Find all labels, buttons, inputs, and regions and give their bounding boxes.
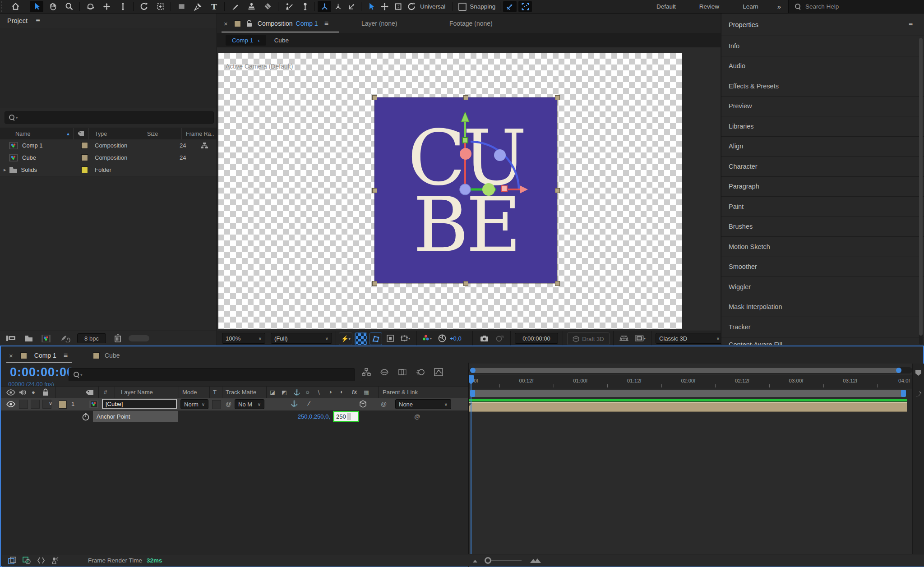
frame-blend-header-icon[interactable]: ∖ [317, 389, 320, 396]
stopwatch-icon[interactable] [82, 413, 89, 421]
panel-drag-handle[interactable] [1, 1, 7, 12]
pan-camera-tool[interactable] [100, 1, 113, 12]
rotation-tool[interactable] [137, 1, 151, 12]
eraser-tool[interactable] [261, 1, 274, 12]
viewer-tab-layer[interactable]: Layer (none) [361, 20, 397, 27]
crop-region-button[interactable]: ▾ [398, 332, 412, 344]
panel-tab-audio[interactable]: Audio [721, 56, 924, 76]
layer-selection-handle[interactable] [372, 188, 377, 193]
workspace-tab-default[interactable]: Default [645, 3, 688, 10]
snapping-checkbox[interactable] [458, 3, 467, 11]
gizmo-position-button[interactable] [378, 1, 391, 12]
extended-viewer-button[interactable]: ▾ [633, 332, 647, 344]
properties-panel-title[interactable]: Properties [729, 21, 758, 28]
brush-tool[interactable] [228, 1, 242, 12]
comp-mini-flowchart-icon[interactable] [362, 368, 371, 376]
viewer-tab-composition-label[interactable]: Composition [258, 20, 293, 27]
solo-column-icon[interactable]: ● [32, 389, 35, 396]
layer-duration-bar[interactable] [469, 402, 907, 412]
project-panel-menu-icon[interactable]: ≡ [36, 17, 40, 25]
roto-brush-tool[interactable] [282, 1, 296, 12]
interpret-footage-icon[interactable] [6, 335, 16, 342]
time-ruler[interactable]: 0:00f00:12f01:00f01:12f02:00f02:12f03:00… [469, 375, 912, 388]
gizmo-selection-button[interactable] [364, 1, 378, 12]
item-label-color[interactable] [81, 154, 88, 161]
snap-along-edges-button[interactable] [503, 1, 517, 12]
layer-name-column-header[interactable]: Layer Name [121, 389, 153, 396]
close-tab-icon[interactable]: × [224, 20, 228, 28]
project-item-solids[interactable]: ▸ Solids Folder [0, 164, 217, 176]
item-label-color[interactable] [81, 166, 88, 173]
fast-previews-button[interactable]: ⚡▾ [339, 332, 352, 345]
home-tool[interactable] [9, 1, 22, 12]
pen-tool[interactable] [191, 1, 204, 12]
snap-to-features-button[interactable] [518, 1, 532, 12]
track-matte-dropdown[interactable]: No M∨ [235, 399, 264, 409]
gizmo-scale-button[interactable] [391, 1, 405, 12]
zoom-slider-knob[interactable] [485, 557, 491, 564]
viewer-viewport[interactable]: Active Camera (Default) CU BE [217, 47, 721, 331]
graph-editor-icon[interactable] [434, 368, 443, 376]
expand-folder-icon[interactable]: ▸ [4, 167, 6, 173]
layer-selection-handle[interactable] [372, 95, 377, 100]
layer-label-color[interactable] [59, 401, 67, 409]
quality-sampling-icon[interactable]: ⚓ [291, 400, 298, 407]
3d-layer-switch-icon[interactable] [359, 400, 367, 408]
zoom-tool[interactable] [62, 1, 76, 12]
view-axis-mode-button[interactable] [345, 1, 358, 12]
panel-tab-content-aware-fill[interactable]: Content-Aware Fill [721, 337, 924, 345]
zoom-out-mountain-icon[interactable] [471, 558, 479, 563]
track-matte-pickwhip-icon[interactable]: @ [226, 401, 231, 407]
unlock-icon[interactable] [246, 20, 252, 27]
project-search-input[interactable]: ▾ [5, 111, 214, 124]
anchor-point-z-edit-field[interactable]: 250 [333, 411, 359, 422]
transparency-grid-toggle[interactable] [355, 332, 367, 345]
breadcrumb-layer[interactable]: Cube [274, 37, 289, 44]
frame-blending-toggle-icon[interactable] [398, 368, 407, 376]
panel-tab-paragraph[interactable]: Paragraph [721, 176, 924, 197]
expand-layer-chevron[interactable]: ∨ [49, 401, 52, 406]
color-depth-button[interactable]: 8 bpc [77, 333, 106, 343]
label-column-icon[interactable] [78, 131, 85, 137]
scrollbar-left-handle[interactable] [470, 368, 476, 373]
comp-button-icon[interactable] [915, 391, 922, 398]
project-item-cube[interactable]: Cube Composition 24 [0, 152, 217, 164]
properties-panel-menu-icon[interactable]: ≡ [909, 21, 913, 29]
toggle-switches-pane-icon[interactable] [8, 557, 17, 564]
viewer-tab-composition-name[interactable]: Comp 1 [296, 20, 318, 27]
magnification-dropdown[interactable]: 100%∨ [222, 333, 265, 344]
region-of-interest-button[interactable] [384, 332, 396, 344]
panel-tab-info[interactable]: Info [721, 36, 924, 56]
gizmo-rotation-button[interactable] [405, 1, 418, 12]
channel-settings-button[interactable]: ▾ [420, 332, 434, 344]
audio-column-speaker-icon[interactable] [19, 389, 26, 396]
work-area-end-handle[interactable] [901, 390, 906, 397]
panel-tab-paint[interactable]: Paint [721, 196, 924, 217]
viewer-tab-footage[interactable]: Footage (none) [449, 20, 493, 27]
layer-selection-handle[interactable] [555, 188, 560, 193]
hand-tool[interactable] [46, 1, 60, 12]
panel-tab-tracker[interactable]: Tracker [721, 317, 924, 337]
layer-selection-handle[interactable] [463, 95, 468, 100]
timeline-search-input[interactable]: ▾ [69, 368, 355, 381]
track-matte-column-header[interactable]: Track Matte [226, 389, 256, 396]
resolution-dropdown[interactable]: (Full)∨ [271, 333, 332, 344]
exposure-icon[interactable] [436, 332, 448, 344]
adjustment-layer-header-icon[interactable]: ◐ [340, 389, 344, 395]
anchor-point-value[interactable]: 250,0,250,0, [276, 413, 330, 420]
panel-tab-smoother[interactable]: Smoother [721, 257, 924, 277]
panel-tab-wiggler[interactable]: Wiggler [721, 277, 924, 297]
project-item-comp1[interactable]: Comp 1 Composition 24 [0, 139, 217, 152]
layer-row-cube[interactable]: ∨ 1 [Cube] Norm∨ @ No M∨ ⚓ ∕ @ None∨ [1, 398, 468, 411]
3d-layer-header-icon[interactable]: ▦ [364, 389, 369, 396]
panel-tab-character[interactable]: Character [721, 156, 924, 176]
property-name-highlight[interactable]: Anchor Point [93, 411, 178, 422]
rectangle-tool[interactable] [175, 1, 188, 12]
layer-name-edit-field[interactable]: [Cube] [102, 399, 177, 409]
new-composition-icon[interactable] [41, 335, 51, 342]
column-type[interactable]: Type [95, 131, 107, 137]
transform-gizmo[interactable] [447, 108, 555, 198]
column-size[interactable]: Size [147, 131, 158, 137]
color-depth-toggle-icon[interactable] [60, 334, 71, 342]
toggle-transfer-controls-icon[interactable] [23, 557, 31, 564]
